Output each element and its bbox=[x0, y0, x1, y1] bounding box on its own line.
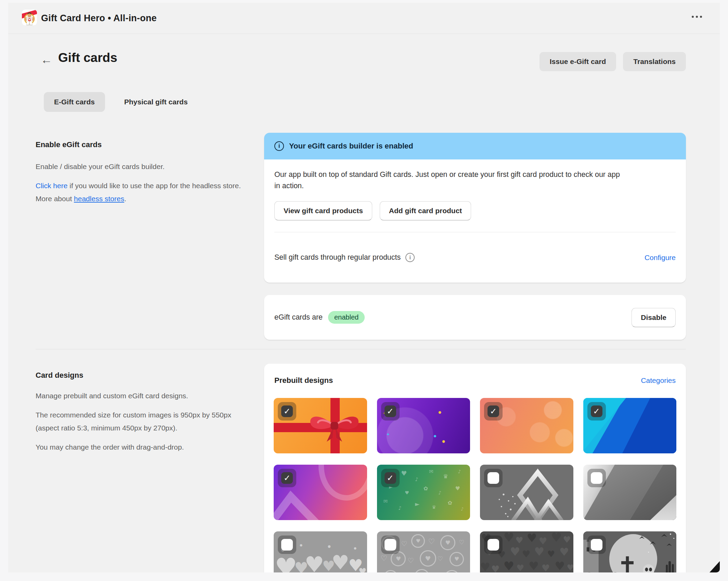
design-card-gray-heart-circle-pattern[interactable]: ♥ ♡ ♥ ♡ ♥ ♡ ♡ ♥ ♡ ♥ ♡ ♥ ♥ ♡ ♥ ♡ ♥ ♡✓ bbox=[377, 531, 470, 572]
design-checkbox[interactable]: ✓ bbox=[278, 535, 296, 554]
app-title: Gift Card Hero • All-in-one bbox=[41, 3, 157, 34]
design-checkbox[interactable]: ✓ bbox=[587, 469, 606, 487]
checked-checkbox-icon: ✓ bbox=[591, 405, 602, 417]
design-checkbox[interactable]: ✓ bbox=[484, 402, 503, 421]
design-checkbox[interactable]: ✓ bbox=[381, 535, 400, 554]
check-icon: ✓ bbox=[593, 406, 600, 416]
page-title: Gift cards bbox=[58, 51, 117, 65]
overflow-menu-icon[interactable] bbox=[692, 16, 702, 18]
design-checkbox[interactable]: ✓ bbox=[587, 535, 606, 554]
banner-text: Our app built on top of standard Gift ca… bbox=[274, 169, 622, 192]
design-card-halloween-graveyard[interactable]: ✓ bbox=[583, 531, 677, 572]
design-card-blue-geometric-diagonals[interactable]: ✓ bbox=[583, 398, 677, 453]
prebuilt-designs-grid: ✓✦ ✦ ● ● ●✓✓ ✓ ✓♥ ♪ ✉ ♛ ♪ ► ♥ ✿ ♪ ♥ ✉ ♪ … bbox=[274, 398, 676, 572]
design-checkbox[interactable]: ✓ bbox=[381, 402, 400, 421]
check-icon: ✓ bbox=[387, 406, 393, 416]
view-gift-card-products-button[interactable]: View gift card products bbox=[274, 201, 372, 220]
design-card-purple-night-sparkles[interactable]: ✦ ✦ ● ● ●✓ bbox=[377, 398, 470, 453]
designs-paragraph-1: Manage prebuilt and custom eGift card de… bbox=[36, 389, 246, 402]
check-icon: ✓ bbox=[284, 406, 290, 416]
status-badge: enabled bbox=[328, 311, 365, 324]
design-card-green-celebration-icons[interactable]: ♥ ♪ ✉ ♛ ♪ ► ♥ ✿ ♪ ♥ ✉ ♪ ► ♛ ✿ ♪✓ bbox=[377, 465, 470, 520]
enable-heading: Enable eGift cards bbox=[36, 140, 246, 149]
window-resize-handle[interactable] bbox=[710, 561, 720, 572]
app-frame: Gift Card Hero • All-in-one ← Gift cards… bbox=[8, 3, 720, 572]
banner-title: Your eGift cards builder is enabled bbox=[289, 142, 413, 151]
banner-body: Our app built on top of standard Gift ca… bbox=[264, 159, 686, 232]
disable-button[interactable]: Disable bbox=[632, 308, 676, 327]
design-checkbox[interactable]: ✓ bbox=[484, 469, 503, 487]
back-button[interactable]: ← bbox=[40, 53, 53, 66]
topbar: Gift Card Hero • All-in-one bbox=[8, 3, 720, 34]
prebuilt-designs-title: Prebuilt designs bbox=[274, 376, 333, 385]
add-gift-card-product-button[interactable]: Add gift card product bbox=[380, 201, 471, 220]
unchecked-checkbox-icon: ✓ bbox=[281, 539, 293, 551]
design-card-gray-diagonal-stripes[interactable]: ✓ bbox=[583, 465, 677, 520]
checked-checkbox-icon: ✓ bbox=[281, 405, 293, 417]
design-card-gray-diamond-emblem[interactable]: ✓ bbox=[480, 465, 573, 520]
design-checkbox[interactable]: ✓ bbox=[381, 469, 400, 487]
info-tooltip-icon[interactable]: i bbox=[405, 253, 415, 262]
design-checkbox[interactable]: ✓ bbox=[484, 535, 503, 554]
design-checkbox[interactable]: ✓ bbox=[587, 402, 606, 421]
sell-row-label: Sell gift cards through regular products bbox=[274, 253, 401, 262]
enable-description: Enable / disable your eGift cards builde… bbox=[36, 160, 246, 173]
unchecked-checkbox-icon: ✓ bbox=[488, 472, 499, 484]
check-icon: ✓ bbox=[387, 473, 393, 483]
design-card-gray-hearts[interactable]: ♥ ♥ ♥ ♥ ♥ ♥ ♥ ♥ ♥ ♥ ● ● ● ●✓ bbox=[274, 531, 367, 572]
sell-through-products-row: Sell gift cards through regular products… bbox=[264, 232, 686, 283]
translations-button[interactable]: Translations bbox=[623, 52, 686, 71]
checked-checkbox-icon: ✓ bbox=[385, 405, 396, 417]
categories-link[interactable]: Categories bbox=[641, 376, 676, 385]
header-actions: Issue e-Gift card Translations bbox=[540, 52, 686, 71]
unchecked-checkbox-icon: ✓ bbox=[591, 472, 602, 484]
info-banner: i Your eGift cards builder is enabled bbox=[264, 133, 686, 159]
checked-checkbox-icon: ✓ bbox=[281, 472, 293, 484]
unchecked-checkbox-icon: ✓ bbox=[591, 539, 602, 551]
builder-status-card: i Your eGift cards builder is enabled Ou… bbox=[264, 133, 686, 283]
check-icon: ✓ bbox=[284, 473, 290, 483]
card-designs-heading: Card designs bbox=[36, 371, 246, 380]
info-icon: i bbox=[274, 141, 284, 151]
design-card-coral-abstract-shapes[interactable]: ✓ bbox=[480, 398, 573, 453]
card-designs-info: Card designs Manage prebuilt and custom … bbox=[36, 371, 246, 454]
prebuilt-designs-panel: Prebuilt designs Categories ✓✦ ✦ ● ● ●✓✓… bbox=[264, 364, 686, 572]
tab-egift-cards[interactable]: E-Gift cards bbox=[44, 92, 105, 112]
egift-status-card: eGift cards are enabled Disable bbox=[264, 295, 686, 340]
design-checkbox[interactable]: ✓ bbox=[278, 402, 296, 421]
section-divider bbox=[36, 349, 686, 349]
design-card-purple-coral-gradient-chevron[interactable]: ✓ bbox=[274, 465, 367, 520]
check-icon: ✓ bbox=[490, 406, 497, 416]
tab-physical-gift-cards[interactable]: Physical gift cards bbox=[114, 92, 198, 112]
status-prefix: eGift cards are bbox=[274, 313, 323, 322]
tab-bar: E-Gift cards Physical gift cards bbox=[44, 92, 198, 112]
designs-paragraph-2: The recommended size for custom images i… bbox=[36, 409, 246, 435]
unchecked-checkbox-icon: ✓ bbox=[385, 539, 396, 551]
app-window: Gift Card Hero • All-in-one ← Gift cards… bbox=[0, 0, 728, 581]
headless-note: Click here if you would like to use the … bbox=[36, 179, 246, 205]
design-card-dark-hearts-texture[interactable]: ♥ ♥ ♥ ♥ ♥ ♥ ♥ ♥ ♥ ♥ ♥ ♥ ♥ ♥ ♥ ♥ ♥ ♥ ♥ ♥ … bbox=[480, 531, 573, 572]
arrow-left-icon: ← bbox=[41, 53, 52, 66]
checked-checkbox-icon: ✓ bbox=[488, 405, 499, 417]
checked-checkbox-icon: ✓ bbox=[385, 472, 396, 484]
unchecked-checkbox-icon: ✓ bbox=[488, 539, 499, 551]
headless-stores-link[interactable]: headless stores bbox=[74, 195, 124, 203]
designs-paragraph-3: You may change the order with drag-and-d… bbox=[36, 441, 246, 454]
enable-section-info: Enable eGift cards Enable / disable your… bbox=[36, 140, 246, 205]
app-logo bbox=[22, 10, 37, 25]
design-card-orange-gift-ribbon-bow[interactable]: ✓ bbox=[274, 398, 367, 453]
issue-egift-card-button[interactable]: Issue e-Gift card bbox=[540, 52, 616, 71]
click-here-link[interactable]: Click here bbox=[36, 182, 67, 190]
design-checkbox[interactable]: ✓ bbox=[278, 469, 296, 487]
configure-link[interactable]: Configure bbox=[645, 254, 676, 262]
